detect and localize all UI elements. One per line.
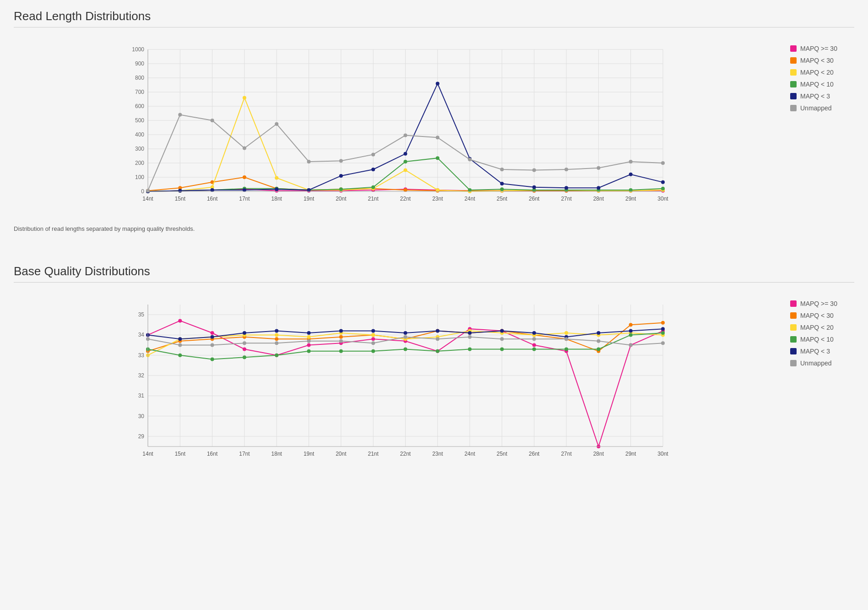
x-tick-label: 22nt xyxy=(400,451,411,457)
y-tick-label: 800 xyxy=(135,75,144,81)
x-tick-label: 16nt xyxy=(207,451,218,457)
x-tick-label: 19nt xyxy=(304,196,315,202)
base-quality-title: Base Quality Distributions xyxy=(14,264,854,283)
legend-color xyxy=(790,81,797,87)
legend-label: MAPQ < 3 xyxy=(800,348,830,355)
y-tick-label: 900 xyxy=(135,60,144,67)
read-length-chart-container: 0100200300400500600700800900100014nt15nt… xyxy=(14,31,854,221)
series-dot xyxy=(404,347,407,351)
read-length-title: Read Length Distributions xyxy=(14,9,854,27)
legend-color xyxy=(790,360,797,366)
legend-color xyxy=(790,324,797,331)
legend-color xyxy=(790,93,797,99)
series-dot xyxy=(404,160,407,163)
series-dot xyxy=(243,341,246,345)
series-dot xyxy=(339,174,343,178)
series-dot xyxy=(275,333,278,337)
x-tick-label: 25nt xyxy=(497,451,508,457)
legend-label: MAPQ < 10 xyxy=(800,81,834,88)
x-tick-label: 21nt xyxy=(368,196,379,202)
series-dot xyxy=(436,349,439,353)
x-tick-label: 29nt xyxy=(625,451,636,457)
x-tick-label: 17nt xyxy=(239,196,250,202)
legend-item: MAPQ < 10 xyxy=(790,81,854,88)
x-tick-label: 18nt xyxy=(271,451,282,457)
legend-item: MAPQ < 20 xyxy=(790,324,854,331)
x-tick-label: 27nt xyxy=(561,451,572,457)
series-dot xyxy=(404,152,407,156)
x-tick-label: 30nt xyxy=(657,196,668,202)
legend-label: MAPQ < 30 xyxy=(800,57,834,64)
x-tick-label: 14nt xyxy=(142,451,153,457)
series-dot xyxy=(661,331,665,335)
legend-color xyxy=(790,69,797,76)
y-tick-label: 1000 xyxy=(132,46,144,53)
base-quality-legend: MAPQ >= 30MAPQ < 30MAPQ < 20MAPQ < 10MAP… xyxy=(781,295,854,371)
series-dot xyxy=(468,335,472,339)
series-dot xyxy=(629,329,633,333)
series-dot xyxy=(468,158,472,161)
y-tick-label: 29 xyxy=(138,433,145,440)
series-dot xyxy=(339,159,343,163)
x-tick-label: 19nt xyxy=(304,451,315,457)
series-dot xyxy=(597,166,600,170)
series-dot xyxy=(243,96,246,99)
legend-label: MAPQ >= 30 xyxy=(800,45,837,52)
series-dot xyxy=(500,329,504,333)
series-dot xyxy=(243,331,246,335)
series-dot xyxy=(275,187,278,191)
read-length-legend: MAPQ >= 30MAPQ < 30MAPQ < 20MAPQ < 10MAP… xyxy=(781,40,854,116)
series-dot xyxy=(404,331,407,335)
base-quality-chart-container: 2930313233343514nt15nt16nt17nt18nt19nt20… xyxy=(14,286,854,476)
series-dot xyxy=(661,161,665,165)
series-dot xyxy=(339,349,343,353)
series-dot xyxy=(468,347,472,351)
base-quality-section: Base Quality Distributions 2930313233343… xyxy=(14,264,854,476)
x-tick-label: 23nt xyxy=(432,451,443,457)
series-dot xyxy=(307,160,311,163)
x-tick-label: 28nt xyxy=(593,196,604,202)
series-dot xyxy=(597,331,600,335)
read-length-caption: Distribution of read lengths separated b… xyxy=(14,225,854,232)
series-dot xyxy=(629,323,633,327)
series-dot xyxy=(564,347,568,351)
series-dot xyxy=(275,329,278,333)
x-tick-label: 23nt xyxy=(432,196,443,202)
series-dot xyxy=(371,337,375,341)
legend-item: Unmapped xyxy=(790,359,854,367)
series-dot xyxy=(436,329,439,333)
y-tick-label: 32 xyxy=(138,372,145,379)
series-dot xyxy=(307,335,311,339)
series-dot xyxy=(661,180,665,184)
series-dot xyxy=(532,169,536,172)
series-dot xyxy=(211,331,214,335)
series-dot xyxy=(243,146,246,150)
legend-item: MAPQ >= 30 xyxy=(790,45,854,52)
series-dot xyxy=(339,187,343,191)
series-dot xyxy=(500,337,504,341)
series-dot xyxy=(564,337,568,341)
series-dot xyxy=(275,176,278,180)
series-dot xyxy=(211,343,214,347)
legend-color xyxy=(790,57,797,64)
series-dot xyxy=(629,160,633,163)
series-dot xyxy=(307,331,311,335)
series-dot xyxy=(339,329,343,333)
series-dot xyxy=(500,347,504,351)
series-dot xyxy=(597,339,600,343)
series-dot xyxy=(436,337,439,341)
y-tick-label: 700 xyxy=(135,89,144,95)
y-tick-label: 33 xyxy=(138,352,145,359)
x-tick-label: 20nt xyxy=(336,451,347,457)
x-tick-label: 21nt xyxy=(368,451,379,457)
legend-label: Unmapped xyxy=(800,104,832,112)
series-dot xyxy=(178,319,182,322)
series-dot xyxy=(243,175,246,179)
legend-item: MAPQ < 3 xyxy=(790,348,854,355)
series-dot xyxy=(532,185,536,189)
y-tick-label: 34 xyxy=(138,332,145,338)
series-dot xyxy=(532,337,536,341)
series-dot xyxy=(532,331,536,335)
y-tick-label: 30 xyxy=(138,413,145,419)
series-dot xyxy=(275,122,278,126)
